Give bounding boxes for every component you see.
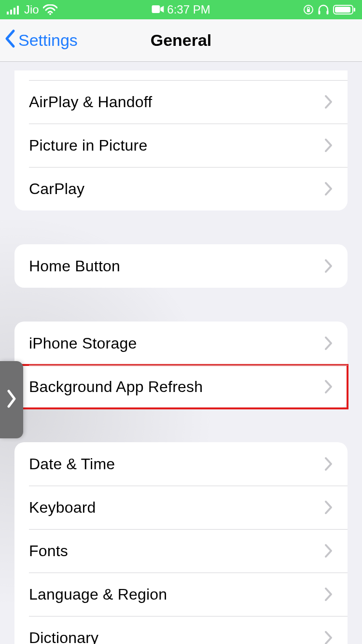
row-label: Background App Refresh [29, 378, 203, 396]
svg-rect-12 [354, 8, 355, 12]
chevron-right-icon [324, 336, 333, 350]
svg-rect-9 [327, 11, 329, 14]
settings-group: Date & Time Keyboard Fonts Language & Re… [14, 442, 348, 644]
chevron-right-icon [324, 630, 333, 644]
row-label: Fonts [29, 542, 68, 560]
headphones-icon [318, 4, 329, 15]
row-label: Language & Region [29, 586, 167, 603]
row-fonts[interactable]: Fonts [14, 529, 348, 573]
row-label: Home Button [29, 257, 120, 275]
chevron-right-icon [324, 544, 333, 558]
row-date-time[interactable]: Date & Time [14, 442, 348, 486]
chevron-right-icon [324, 457, 333, 471]
row-label: Date & Time [29, 455, 115, 473]
svg-rect-1 [10, 10, 12, 14]
row-label: Keyboard [29, 499, 96, 517]
svg-rect-11 [335, 7, 350, 13]
carrier-label: Jio [24, 3, 39, 16]
chevron-right-icon [6, 388, 17, 411]
row-label: iPhone Storage [29, 335, 137, 352]
svg-rect-8 [319, 11, 320, 14]
battery-icon [333, 4, 355, 15]
back-label: Settings [18, 31, 78, 50]
side-drawer-handle[interactable] [0, 361, 23, 438]
svg-point-4 [49, 13, 51, 15]
chevron-right-icon [324, 138, 333, 153]
svg-rect-5 [152, 5, 160, 13]
settings-group: Home Button [14, 244, 348, 288]
row-background-app-refresh[interactable]: Background App Refresh [14, 365, 348, 408]
chevron-right-icon [324, 587, 333, 602]
chevron-right-icon [324, 182, 333, 196]
settings-group: AirPlay & Handoff Picture in Picture Car… [14, 70, 348, 210]
svg-rect-7 [307, 9, 310, 12]
back-button[interactable]: Settings [0, 29, 78, 52]
chevron-right-icon [324, 259, 333, 273]
row-carplay[interactable]: CarPlay [14, 167, 348, 210]
row-label: Dictionary [29, 629, 98, 644]
row-iphone-storage[interactable]: iPhone Storage [14, 322, 348, 365]
svg-rect-2 [14, 8, 15, 14]
row-label: Picture in Picture [29, 137, 147, 154]
nav-title: General [151, 31, 212, 50]
row-picture-in-picture[interactable]: Picture in Picture [14, 124, 348, 167]
status-right [303, 4, 355, 15]
status-left: Jio [7, 3, 57, 16]
wifi-icon [43, 4, 57, 15]
orientation-lock-icon [303, 4, 314, 15]
chevron-right-icon [324, 500, 333, 515]
row-dictionary[interactable]: Dictionary [14, 616, 348, 644]
row-language-region[interactable]: Language & Region [14, 573, 348, 616]
partial-row-top [14, 70, 348, 80]
chevron-right-icon [324, 379, 333, 394]
settings-scroll[interactable]: AirPlay & Handoff Picture in Picture Car… [0, 62, 362, 644]
row-keyboard[interactable]: Keyboard [14, 486, 348, 529]
cellular-signal-icon [7, 5, 20, 14]
status-center: 6:37 PM [152, 3, 210, 16]
settings-group: iPhone Storage Background App Refresh [14, 322, 348, 408]
svg-rect-3 [17, 6, 19, 14]
status-time: 6:37 PM [167, 3, 210, 16]
video-icon [152, 3, 164, 16]
row-home-button[interactable]: Home Button [14, 244, 348, 288]
chevron-right-icon [324, 95, 333, 109]
svg-rect-0 [7, 12, 9, 14]
row-airplay-handoff[interactable]: AirPlay & Handoff [14, 80, 348, 124]
row-label: AirPlay & Handoff [29, 93, 152, 111]
chevron-left-icon [4, 29, 16, 52]
row-label: CarPlay [29, 180, 84, 198]
nav-bar: Settings General [0, 19, 362, 62]
status-bar: Jio 6:37 PM [0, 0, 362, 19]
